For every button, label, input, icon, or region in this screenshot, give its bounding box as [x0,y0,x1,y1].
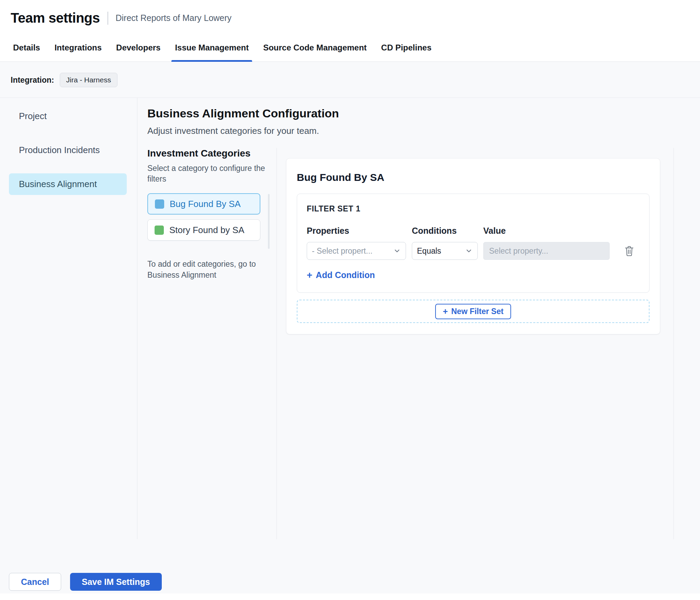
delete-condition-button[interactable] [624,245,634,256]
team-settings-page: Team settings Direct Reports of Mary Low… [0,0,700,600]
page-title: Team settings [11,10,100,26]
content-row: Project Production Incidents Business Al… [0,98,700,539]
subnav-item-business-alignment[interactable]: Business Alignment [9,173,127,195]
add-condition-button[interactable]: + Add Condition [307,270,375,280]
tab-cd-pipelines[interactable]: CD Pipelines [378,35,435,61]
cancel-button[interactable]: Cancel [9,573,61,591]
category-config-column: Bug Found By SA FILTER SET 1 Properties … [277,148,674,539]
chevron-down-icon [393,247,401,255]
category-config-card: Bug Found By SA FILTER SET 1 Properties … [286,158,660,334]
category-color-swatch [155,226,164,235]
header-divider [108,12,108,25]
business-alignment-section: Business Alignment Configuration Adjust … [137,98,700,539]
bottom-strip [0,593,700,600]
page-header: Team settings Direct Reports of Mary Low… [0,0,700,35]
investment-categories-heading: Investment Categories [147,148,270,159]
investment-categories-helper: Select a category to configure the filte… [147,163,266,184]
property-select[interactable]: - Select propert... [307,242,406,260]
integration-chip: Jira - Harness [60,73,118,87]
category-story-found-by-sa[interactable]: Story Found by SA [147,219,260,241]
tab-source-code-management[interactable]: Source Code Management [260,35,370,61]
value-input[interactable] [483,242,610,260]
category-color-swatch [155,199,164,209]
subnav-item-project[interactable]: Project [9,105,127,127]
section-subtitle: Adjust investment categories for your te… [147,126,700,136]
filter-set-column-labels: Properties Conditions Value [307,226,640,236]
category-label: Bug Found By SA [170,199,241,209]
config-row: Investment Categories Select a category … [147,148,700,539]
trash-icon [624,245,634,256]
tab-issue-management[interactable]: Issue Management [171,35,252,61]
add-condition-label: Add Condition [316,270,375,280]
subnav-item-production-incidents[interactable]: Production Incidents [9,139,127,161]
property-select-placeholder: - Select propert... [312,246,372,256]
categories-footnote: To add or edit categories, go to Busines… [147,258,261,280]
chevron-down-icon [465,247,473,255]
integration-row: Integration: Jira - Harness [0,62,700,98]
tab-developers[interactable]: Developers [113,35,164,61]
category-list-scrollbar[interactable] [268,194,270,249]
integration-label: Integration: [11,76,54,85]
category-bug-found-by-sa[interactable]: Bug Found By SA [147,193,260,215]
settings-subnav: Project Production Incidents Business Al… [0,98,137,539]
settings-tabbar: Details Integrations Developers Issue Ma… [0,35,700,62]
category-list: Bug Found By SA Story Found by SA [147,193,270,249]
new-filter-set-button[interactable]: + New Filter Set [435,304,511,319]
category-label: Story Found by SA [169,225,244,235]
condition-select-value: Equals [417,246,441,256]
investment-categories-panel: Investment Categories Select a category … [147,148,277,539]
category-buttons: Bug Found By SA Story Found by SA [147,193,260,249]
save-im-settings-button[interactable]: Save IM Settings [70,573,162,591]
filter-set-1: FILTER SET 1 Properties Conditions Value… [297,194,650,293]
tab-integrations[interactable]: Integrations [51,35,105,61]
new-filter-set-zone: + New Filter Set [297,300,650,323]
page-footer: Cancel Save IM Settings [0,539,700,593]
condition-select[interactable]: Equals [412,242,478,260]
condition-row: - Select propert... Equals [307,242,640,260]
page-subtitle: Direct Reports of Mary Lowery [116,13,232,23]
value-column-label: Value [483,226,610,236]
section-title: Business Alignment Configuration [147,107,700,120]
plus-icon: + [443,307,448,316]
page-body: Integration: Jira - Harness Project Prod… [0,62,700,593]
properties-column-label: Properties [307,226,406,236]
card-title: Bug Found By SA [297,172,650,183]
new-filter-set-label: New Filter Set [451,307,504,316]
plus-icon: + [307,270,312,280]
tab-details[interactable]: Details [10,35,44,61]
filter-set-heading: FILTER SET 1 [307,204,640,214]
conditions-column-label: Conditions [412,226,478,236]
